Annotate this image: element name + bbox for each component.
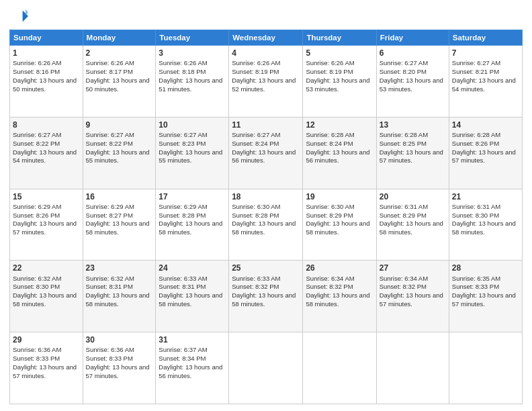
week-row-1: 1Sunrise: 6:26 AMSunset: 8:16 PMDaylight… <box>10 46 523 118</box>
day-cell: 3Sunrise: 6:26 AMSunset: 8:18 PMDaylight… <box>156 46 229 118</box>
daylight: Daylight: 13 hours and 57 minutes. <box>13 220 77 236</box>
sunrise: Sunrise: 6:29 AM <box>86 203 134 210</box>
day-cell: 29Sunrise: 6:36 AMSunset: 8:33 PMDayligh… <box>10 332 83 404</box>
day-number: 18 <box>232 191 300 202</box>
daylight: Daylight: 13 hours and 53 minutes. <box>380 77 443 93</box>
daylight: Daylight: 13 hours and 54 minutes. <box>452 77 516 93</box>
sunset: Sunset: 8:29 PM <box>306 212 353 219</box>
day-number: 17 <box>159 191 226 202</box>
svg-marker-1 <box>26 9 28 16</box>
sunset: Sunset: 8:16 PM <box>13 68 60 75</box>
logo <box>9 7 31 26</box>
day-cell: 24Sunrise: 6:33 AMSunset: 8:31 PMDayligh… <box>156 261 229 332</box>
sunrise: Sunrise: 6:27 AM <box>232 131 280 138</box>
day-number: 9 <box>86 120 153 130</box>
calendar-table: SundayMondayTuesdayWednesdayThursdayFrid… <box>9 30 523 404</box>
day-cell: 19Sunrise: 6:30 AMSunset: 8:29 PMDayligh… <box>303 189 376 261</box>
day-number: 2 <box>86 48 153 58</box>
daylight: Daylight: 13 hours and 58 minutes. <box>380 220 443 236</box>
day-cell: 4Sunrise: 6:26 AMSunset: 8:19 PMDaylight… <box>229 46 303 118</box>
day-cell: 18Sunrise: 6:30 AMSunset: 8:28 PMDayligh… <box>229 189 303 261</box>
header-tuesday: Tuesday <box>156 30 229 46</box>
day-cell <box>449 332 522 404</box>
sunset: Sunset: 8:32 PM <box>380 283 427 290</box>
sunset: Sunset: 8:31 PM <box>86 283 133 290</box>
sunset: Sunset: 8:18 PM <box>159 68 206 75</box>
sunrise: Sunrise: 6:34 AM <box>306 275 354 282</box>
week-row-2: 8Sunrise: 6:27 AMSunset: 8:22 PMDaylight… <box>10 117 523 189</box>
daylight: Daylight: 13 hours and 51 minutes. <box>159 77 222 93</box>
day-cell: 5Sunrise: 6:26 AMSunset: 8:19 PMDaylight… <box>303 46 376 118</box>
day-cell: 10Sunrise: 6:27 AMSunset: 8:23 PMDayligh… <box>156 117 229 189</box>
sunrise: Sunrise: 6:36 AM <box>13 346 61 353</box>
daylight: Daylight: 13 hours and 55 minutes. <box>86 148 150 165</box>
daylight: Daylight: 13 hours and 58 minutes. <box>159 291 222 308</box>
day-number: 25 <box>232 263 300 273</box>
day-cell: 31Sunrise: 6:37 AMSunset: 8:34 PMDayligh… <box>156 332 229 404</box>
sunrise: Sunrise: 6:28 AM <box>380 131 428 138</box>
top-section <box>9 7 523 26</box>
daylight: Daylight: 13 hours and 57 minutes. <box>380 291 443 308</box>
day-cell: 23Sunrise: 6:32 AMSunset: 8:31 PMDayligh… <box>83 261 156 332</box>
daylight: Daylight: 13 hours and 58 minutes. <box>306 291 369 308</box>
daylight: Daylight: 13 hours and 58 minutes. <box>452 220 516 236</box>
sunrise: Sunrise: 6:27 AM <box>452 59 500 66</box>
day-number: 24 <box>159 263 226 273</box>
day-number: 1 <box>13 48 80 58</box>
day-number: 19 <box>306 191 373 202</box>
day-cell: 14Sunrise: 6:28 AMSunset: 8:26 PMDayligh… <box>449 117 522 189</box>
daylight: Daylight: 13 hours and 57 minutes. <box>452 148 516 165</box>
sunset: Sunset: 8:28 PM <box>232 212 279 219</box>
sunset: Sunset: 8:29 PM <box>380 212 427 219</box>
sunrise: Sunrise: 6:28 AM <box>306 131 354 138</box>
sunset: Sunset: 8:24 PM <box>232 140 279 147</box>
day-number: 29 <box>13 334 80 345</box>
day-cell: 13Sunrise: 6:28 AMSunset: 8:25 PMDayligh… <box>376 117 449 189</box>
header-thursday: Thursday <box>303 30 376 46</box>
day-cell: 1Sunrise: 6:26 AMSunset: 8:16 PMDaylight… <box>10 46 83 118</box>
day-cell: 6Sunrise: 6:27 AMSunset: 8:20 PMDaylight… <box>376 46 449 118</box>
sunrise: Sunrise: 6:28 AM <box>452 131 500 138</box>
daylight: Daylight: 13 hours and 58 minutes. <box>13 291 77 308</box>
daylight: Daylight: 13 hours and 58 minutes. <box>159 220 222 236</box>
day-number: 21 <box>452 191 519 202</box>
sunset: Sunset: 8:22 PM <box>13 140 60 147</box>
day-cell <box>376 332 449 404</box>
daylight: Daylight: 13 hours and 58 minutes. <box>86 220 150 236</box>
day-cell: 26Sunrise: 6:34 AMSunset: 8:32 PMDayligh… <box>303 261 376 332</box>
week-row-5: 29Sunrise: 6:36 AMSunset: 8:33 PMDayligh… <box>10 332 523 404</box>
header-row: SundayMondayTuesdayWednesdayThursdayFrid… <box>10 30 523 46</box>
sunrise: Sunrise: 6:35 AM <box>452 275 500 282</box>
day-number: 23 <box>86 263 153 273</box>
daylight: Daylight: 13 hours and 55 minutes. <box>159 148 222 165</box>
page: SundayMondayTuesdayWednesdayThursdayFrid… <box>0 0 532 411</box>
sunset: Sunset: 8:26 PM <box>13 212 60 219</box>
sunrise: Sunrise: 6:27 AM <box>380 59 428 66</box>
sunrise: Sunrise: 6:29 AM <box>159 203 207 210</box>
day-cell: 15Sunrise: 6:29 AMSunset: 8:26 PMDayligh… <box>10 189 83 261</box>
logo-icon <box>9 7 28 26</box>
day-number: 8 <box>13 120 80 130</box>
sunset: Sunset: 8:34 PM <box>159 355 206 362</box>
daylight: Daylight: 13 hours and 57 minutes. <box>452 291 516 308</box>
day-number: 3 <box>159 48 226 58</box>
week-row-3: 15Sunrise: 6:29 AMSunset: 8:26 PMDayligh… <box>10 189 523 261</box>
sunset: Sunset: 8:32 PM <box>306 283 353 290</box>
day-cell: 16Sunrise: 6:29 AMSunset: 8:27 PMDayligh… <box>83 189 156 261</box>
sunrise: Sunrise: 6:26 AM <box>306 59 354 66</box>
day-cell: 28Sunrise: 6:35 AMSunset: 8:33 PMDayligh… <box>449 261 522 332</box>
sunrise: Sunrise: 6:26 AM <box>86 59 134 66</box>
day-cell: 9Sunrise: 6:27 AMSunset: 8:22 PMDaylight… <box>83 117 156 189</box>
day-cell <box>229 332 303 404</box>
sunset: Sunset: 8:25 PM <box>380 140 427 147</box>
daylight: Daylight: 13 hours and 58 minutes. <box>306 220 369 236</box>
sunrise: Sunrise: 6:30 AM <box>232 203 280 210</box>
sunset: Sunset: 8:21 PM <box>452 68 499 75</box>
day-number: 27 <box>380 263 446 273</box>
sunset: Sunset: 8:26 PM <box>452 140 499 147</box>
sunset: Sunset: 8:33 PM <box>86 355 133 362</box>
day-number: 30 <box>86 334 153 345</box>
sunrise: Sunrise: 6:27 AM <box>13 131 61 138</box>
day-number: 14 <box>452 120 519 130</box>
day-number: 31 <box>159 334 226 345</box>
